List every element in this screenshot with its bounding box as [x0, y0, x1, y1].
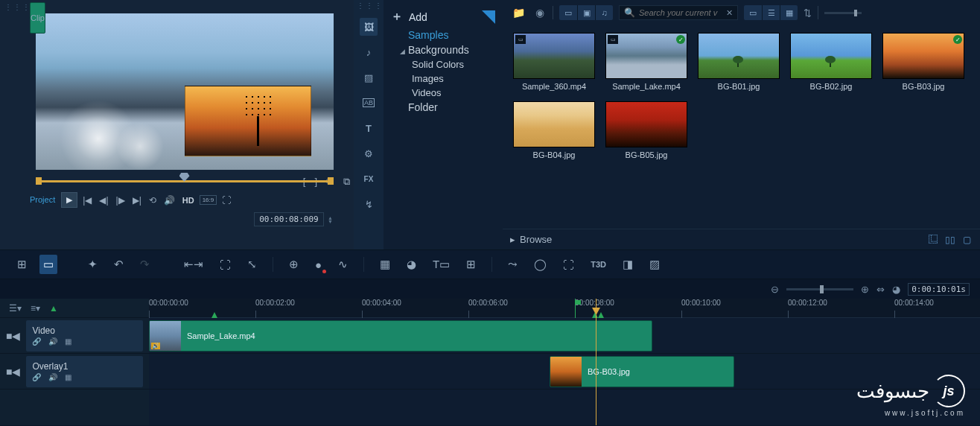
view-list-icon[interactable]: ☰ [762, 5, 780, 20]
timeline-view-icon[interactable]: ▭ [39, 255, 57, 274]
volume-button[interactable]: 🔊 [162, 194, 177, 207]
redo-icon[interactable]: ↷ [136, 255, 153, 274]
fit-screen-icon[interactable]: ⛶ [216, 255, 235, 274]
tree-item-images[interactable]: Images [386, 71, 500, 86]
track-menu-1-icon[interactable]: ☰▾ [9, 303, 22, 314]
transitions-tab-icon[interactable]: ▨ [360, 69, 378, 86]
zoom-timecode[interactable]: 0:00:10:01s [908, 283, 970, 296]
track-camera-icon[interactable]: ■◀ [6, 366, 20, 378]
preview-canvas[interactable] [36, 13, 334, 170]
hd-toggle[interactable]: HD [180, 196, 197, 205]
split-screen-icon[interactable]: ▨ [646, 255, 664, 274]
tools-icon[interactable]: ✦ [84, 255, 101, 274]
aspect-ratio-button[interactable]: 16:9 [200, 195, 217, 205]
repeat-button[interactable]: ⟲ [147, 194, 159, 207]
thumbnail-item[interactable]: ▭✓Sample_Lake.mp4 [605, 33, 687, 91]
preview-scrubber[interactable] [36, 176, 334, 188]
view-thumb-icon[interactable]: ▭ [744, 5, 762, 20]
text-tab-icon[interactable]: T [360, 119, 378, 137]
tree-item-backgrounds[interactable]: ◢Backgrounds [386, 42, 500, 57]
snap-icon[interactable]: ⇤⇥ [180, 255, 207, 274]
resize-option-icon[interactable]: ⛶ [220, 195, 233, 206]
play-button[interactable]: ▶ [61, 192, 77, 208]
panel-grip-icon[interactable]: ⋮⋮⋮ [357, 1, 384, 10]
filter-photo-icon[interactable]: ▣ [577, 5, 595, 20]
fit-timeline-icon[interactable]: ⇔ [876, 284, 885, 295]
thumbnail-item[interactable]: ✓BG-B03.jpg [882, 33, 964, 91]
timeline-clip[interactable]: 🔊Sample_Lake.mp4 [149, 320, 652, 352]
track-lane[interactable]: BG-B03.jpg [149, 354, 980, 390]
thumbnail-item[interactable]: BG-B01.jpg [698, 33, 780, 91]
next-frame-button[interactable]: |▶ [114, 194, 127, 207]
thumbnail-item[interactable]: BG-B04.jpg [513, 101, 595, 159]
tree-item-samples[interactable]: Samples [386, 28, 500, 42]
layout-icon-2[interactable]: ▯▯ [944, 233, 957, 247]
capture-icon[interactable]: ◉ [533, 4, 547, 21]
view-grid-icon[interactable]: ▦ [780, 5, 798, 20]
marker-add-icon[interactable]: ▲ [49, 303, 58, 314]
filter-audio-icon[interactable]: ♫ [595, 5, 613, 20]
search-input[interactable] [639, 8, 722, 17]
project-duration-icon[interactable]: ◕ [892, 284, 900, 295]
paint-icon[interactable]: ◨ [619, 255, 637, 274]
preview-overlay-clip[interactable] [185, 86, 311, 156]
grid-tool-icon[interactable]: ⊞ [462, 255, 480, 274]
undo-icon[interactable]: ↶ [110, 255, 127, 274]
track-lane[interactable]: 🔊Sample_Lake.mp4 [149, 318, 980, 354]
snapshot-icon[interactable]: ⧉ [341, 175, 352, 188]
clear-search-icon[interactable]: ✕ [726, 8, 733, 18]
track-sound-icon[interactable]: 🔊 [48, 337, 57, 346]
record-icon[interactable]: ● [311, 255, 325, 274]
timeline-tracks-area[interactable]: 00:00:00:0000:00:02:0000:00:04:0000:00:0… [149, 299, 980, 425]
track-link-icon[interactable]: 🔗 [32, 373, 41, 381]
thumbnail-item[interactable]: ▭Sample_360.mp4 [513, 33, 595, 91]
cue-marker-icon[interactable] [575, 299, 576, 318]
media-tab-icon[interactable]: 🖼 [360, 18, 378, 36]
crop-icon[interactable]: ⤡ [244, 255, 261, 274]
pan-zoom-icon[interactable]: ⛶ [559, 255, 578, 274]
filter-video-icon[interactable]: ▭ [559, 5, 577, 20]
title-tab-icon[interactable]: AB [360, 94, 378, 112]
timeline-ruler[interactable]: 00:00:00:0000:00:02:0000:00:04:0000:00:0… [149, 299, 980, 318]
audio-mixer-icon[interactable]: ∿ [334, 255, 351, 274]
timecode-stepper[interactable]: ▲▼ [328, 216, 333, 223]
track-menu-2-icon[interactable]: ≡▾ [31, 303, 40, 314]
thumbnail-item[interactable]: BG-B05.jpg [605, 101, 687, 159]
storyboard-view-icon[interactable]: ⊞ [13, 255, 31, 274]
tree-item-folder[interactable]: Folder [386, 100, 500, 115]
project-clip-toggle[interactable]: Project Clip [30, 195, 55, 205]
3d-title-icon[interactable]: T3D [587, 257, 610, 272]
thumbnail-size-slider[interactable] [824, 12, 862, 14]
zoom-slider[interactable] [786, 288, 853, 290]
home-button[interactable]: |◀ [80, 194, 94, 207]
chapter-marker-icon[interactable] [211, 312, 217, 318]
sound-tab-icon[interactable]: ♪ [360, 43, 378, 61]
insert-icon[interactable]: ⊕ [285, 255, 302, 274]
track-camera-icon[interactable]: ■◀ [6, 330, 20, 342]
overlays-tab-icon[interactable]: ⚙ [360, 144, 378, 162]
track-grid-icon[interactable]: ▦ [65, 373, 71, 381]
thumbnail-item[interactable]: BG-B02.jpg [790, 33, 872, 91]
track-sound-icon[interactable]: 🔊 [48, 373, 57, 381]
library-search[interactable]: 🔍 ✕ [619, 5, 738, 20]
pin-icon[interactable] [482, 10, 495, 24]
zoom-out-icon[interactable]: ⊖ [771, 284, 779, 295]
import-icon[interactable]: 📁 [510, 4, 527, 21]
playhead[interactable] [596, 299, 596, 425]
fx-tab-icon[interactable]: FX [360, 170, 378, 188]
layout-icon-1[interactable]: ⿺ [927, 233, 939, 247]
subtitle-icon[interactable]: T▭ [429, 255, 454, 274]
timeline-clip[interactable]: BG-B03.jpg [550, 356, 734, 387]
preview-timecode[interactable]: 00:00:08:009 [254, 212, 323, 226]
tree-item-videos[interactable]: Videos [386, 86, 500, 100]
track-grid-icon[interactable]: ▦ [65, 337, 71, 346]
browse-bar[interactable]: ▸ Browse ⿺ ▯▯ ▢ [503, 229, 980, 249]
motion-tab-icon[interactable]: ↯ [360, 195, 378, 213]
add-folder-button[interactable]: ＋ Add [386, 6, 500, 28]
auto-music-icon[interactable]: ▦ [376, 255, 394, 274]
tree-item-solid-colors[interactable]: Solid Colors [386, 57, 500, 71]
zoom-in-icon[interactable]: ⊕ [861, 284, 869, 295]
sort-icon[interactable]: ⇅ [804, 7, 812, 19]
motion-track-icon[interactable]: ⤳ [504, 255, 521, 274]
mask-icon[interactable]: ◯ [530, 255, 550, 274]
